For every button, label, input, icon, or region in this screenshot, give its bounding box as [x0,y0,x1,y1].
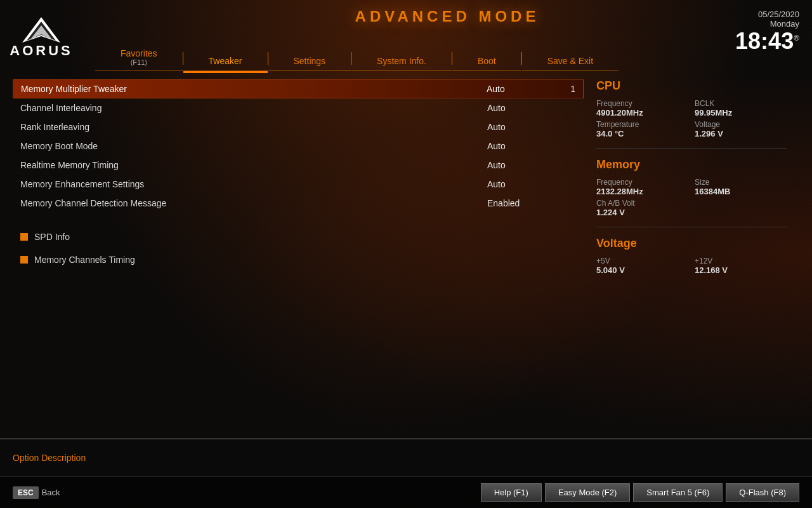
bottom-btn[interactable]: Smart Fan 5 (F6) [633,483,723,502]
memory-grid: Frequency 2132.28MHz Size 16384MB Ch A/B… [596,178,787,217]
menu-value: Auto [487,122,551,132]
mem-chvolt-label: Ch A/B Volt [596,199,787,208]
bottom-btn[interactable]: Easy Mode (F2) [545,483,630,502]
bottom-btn[interactable]: Help (F1) [481,483,542,502]
memory-section: Memory Frequency 2132.28MHz Size 16384MB… [596,158,787,227]
title-bar: ADVANCED MODE [82,0,812,29]
menu-label: Rank Interleaving [20,122,487,132]
menu-value: Auto [487,103,551,113]
nav-item-save---exit[interactable]: Save & Exit [522,51,619,73]
cpu-section: CPU Frequency 4901.20MHz BCLK 99.95MHz T… [596,79,787,149]
cpu-temp-label: Temperature [596,120,688,129]
menu-value: Auto [487,141,551,151]
bottom-buttons: Help (F1)Easy Mode (F2)Smart Fan 5 (F6)Q… [481,483,799,502]
aorus-logo: AORUS [10,14,72,59]
volt-5v-value: 5.040 V [596,265,688,275]
page-title: ADVANCED MODE [82,8,812,25]
nav-item-boot[interactable]: Boot [452,51,521,73]
header: AORUS ADVANCED MODE Favorites(F11)Tweake… [0,0,812,73]
section-link-text: SPD Info [34,232,70,242]
cpu-freq-value: 4901.20MHz [596,108,688,117]
nav-bar: Favorites(F11)TweakerSettingsSystem Info… [82,29,812,73]
cpu-grid: Frequency 4901.20MHz BCLK 99.95MHz Tempe… [596,99,787,138]
cpu-freq-label: Frequency [596,99,688,108]
volt-12v-value: 12.168 V [695,265,787,275]
nav-item-tweaker[interactable]: Tweaker [183,51,268,73]
menu-label: Channel Interleaving [20,103,487,113]
cpu-volt-value: 1.296 V [695,129,787,138]
section-bullet-icon [20,233,28,241]
cpu-volt-label: Voltage [695,120,787,129]
mem-chvolt-value: 1.224 V [596,208,787,217]
menu-label: Memory Enhancement Settings [20,179,487,189]
mem-freq-label: Frequency [596,178,688,187]
menu-value: Enabled [487,198,551,208]
volt-12v-label: +12V [695,257,787,265]
header-center: ADVANCED MODE Favorites(F11)TweakerSetti… [82,0,812,73]
back-label: Back [42,488,60,497]
menu-row[interactable]: Memory Channel Detection Message Enabled [13,194,584,213]
menu-value: Auto [487,160,551,170]
menu-extra: 1 [550,84,575,94]
menu-label: Memory Boot Mode [20,141,487,151]
mem-freq-value: 2132.28MHz [596,187,688,196]
menu-table: Memory Multiplier Tweaker Auto 1 Channel… [13,79,584,213]
menu-row[interactable]: Memory Enhancement Settings Auto [13,175,584,194]
nav-item-settings[interactable]: Settings [268,51,351,73]
mem-size-label: Size [695,178,787,187]
bottom-btn[interactable]: Q-Flash (F8) [726,483,799,502]
logo-wing-icon [19,14,63,46]
clock-date: 05/25/2020 Monday [735,10,799,29]
bottom-bar: ESC Back Help (F1)Easy Mode (F2)Smart Fa… [0,476,812,508]
menu-row[interactable]: Memory Boot Mode Auto [13,137,584,156]
header-clock: 05/25/2020 Monday 18:43® [735,10,799,54]
section-link-text: Memory Channels Timing [34,255,135,265]
menu-row[interactable]: Rank Interleaving Auto [13,117,584,137]
logo-area: AORUS [0,0,82,73]
nav-item-system-info-[interactable]: System Info. [351,51,452,73]
mem-size-value: 16384MB [695,187,787,196]
section-bullet-icon [20,256,28,264]
cpu-bclk-label: BCLK [695,99,787,108]
menu-row[interactable]: Channel Interleaving Auto [13,98,584,117]
memory-title: Memory [596,158,787,171]
menu-label: Realtime Memory Timing [20,160,487,170]
cpu-bclk-value: 99.95MHz [695,108,787,117]
main-content: Memory Multiplier Tweaker Auto 1 Channel… [0,73,812,438]
nav-item-favorites[interactable]: Favorites(F11) [95,43,183,73]
menu-value: Auto [487,84,550,94]
option-desc-bar: Option Description [0,438,812,476]
section-link[interactable]: Memory Channels Timing [13,248,584,271]
section-links: SPD Info Memory Channels Timing [13,225,584,271]
voltage-grid: +5V 5.040 V +12V 12.168 V [596,257,787,275]
option-desc-label: Option Description [13,453,86,463]
menu-row[interactable]: Realtime Memory Timing Auto [13,156,584,175]
menu-row[interactable]: Memory Multiplier Tweaker Auto 1 [13,79,584,98]
logo-text: AORUS [10,43,72,59]
voltage-title: Voltage [596,237,787,250]
menu-label: Memory Multiplier Tweaker [21,84,487,94]
left-panel: Memory Multiplier Tweaker Auto 1 Channel… [13,79,584,432]
menu-label: Memory Channel Detection Message [20,198,487,208]
volt-5v-label: +5V [596,257,688,265]
esc-key[interactable]: ESC [13,486,39,499]
right-panel: CPU Frequency 4901.20MHz BCLK 99.95MHz T… [596,79,787,432]
voltage-section: Voltage +5V 5.040 V +12V 12.168 V [596,237,787,284]
menu-value: Auto [487,179,551,189]
clock-time: 18:43® [735,29,799,54]
section-link[interactable]: SPD Info [13,225,584,248]
cpu-temp-value: 34.0 °C [596,129,688,138]
cpu-title: CPU [596,79,787,93]
